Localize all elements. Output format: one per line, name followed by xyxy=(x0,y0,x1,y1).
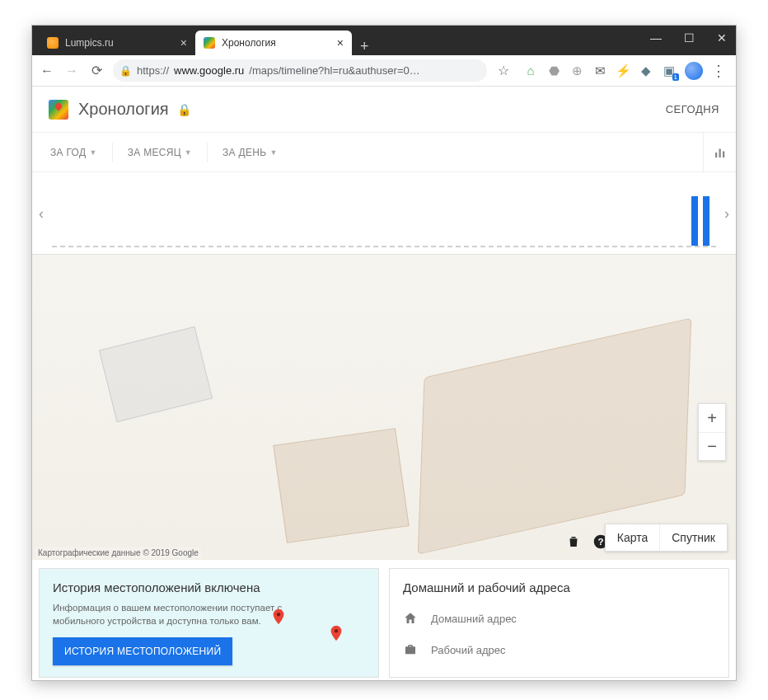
close-window-icon[interactable]: ✕ xyxy=(714,31,729,45)
svg-point-6 xyxy=(335,629,338,632)
divider xyxy=(112,143,113,162)
map-pin-icon xyxy=(327,624,345,642)
divider xyxy=(207,143,208,162)
timeline-bar[interactable] xyxy=(703,196,709,246)
filter-label: ЗА ДЕНЬ xyxy=(222,147,266,158)
chart-toggle-button[interactable] xyxy=(703,133,736,171)
tab-chronology[interactable]: Хронология × xyxy=(195,31,352,55)
extensions: ⌂ ⬣ ⊕ ✉ ⚡ ◆ ▣1 ⋮ xyxy=(520,62,729,80)
filter-label: ЗА ГОД xyxy=(50,147,86,158)
address-bar: ← → ⟳ 🔒 https://www.google.ru/maps/timel… xyxy=(32,55,736,87)
browser-titlebar: Lumpics.ru × Хронология × + — ☐ ✕ xyxy=(32,26,736,55)
forward-icon[interactable]: → xyxy=(63,63,80,78)
tab-label: Хронология xyxy=(222,37,276,49)
reload-icon[interactable]: ⟳ xyxy=(88,63,105,78)
filter-year[interactable]: ЗА ГОД ▼ xyxy=(44,142,104,163)
maximize-icon[interactable]: ☐ xyxy=(681,31,696,45)
history-button[interactable]: ИСТОРИЯ МЕСТОПОЛОЖЕНИЙ xyxy=(53,637,232,665)
lock-icon: 🔒 xyxy=(177,103,191,116)
zoom-out-button[interactable]: − xyxy=(699,432,725,460)
card-title: История местоположений включена xyxy=(53,580,365,594)
chevron-down-icon: ▼ xyxy=(185,148,192,157)
today-button[interactable]: СЕГОДНЯ xyxy=(666,103,719,115)
location-history-card: История местоположений включена Информац… xyxy=(39,568,379,678)
zoom-control: + − xyxy=(698,403,726,461)
zoom-in-button[interactable]: + xyxy=(699,404,725,432)
map-attribution: Картографические данные © 2019 Google xyxy=(35,547,201,558)
filter-month[interactable]: ЗА МЕСЯЦ ▼ xyxy=(121,142,199,163)
svg-point-5 xyxy=(277,613,280,616)
favicon-lumpics xyxy=(47,37,59,49)
timeline-track[interactable] xyxy=(52,190,716,247)
delete-icon[interactable] xyxy=(566,533,581,550)
tab-label: Lumpics.ru xyxy=(65,37,114,49)
browser-window: Lumpics.ru × Хронология × + — ☐ ✕ ← → ⟳ … xyxy=(31,25,737,681)
url-input[interactable]: 🔒 https://www.google.ru/maps/timeline?hl… xyxy=(113,59,487,82)
svg-text:?: ? xyxy=(597,536,603,547)
map-type-switch: Карта Спутник xyxy=(605,524,728,552)
address-label: Домашний адрес xyxy=(431,613,517,625)
extension-globe-icon[interactable]: ⊕ xyxy=(569,63,584,78)
extension-ublock-icon[interactable]: ◆ xyxy=(639,63,653,78)
new-tab-button[interactable]: + xyxy=(352,38,377,55)
filter-label: ЗА МЕСЯЦ xyxy=(128,147,181,158)
home-icon xyxy=(403,611,418,626)
map-pin-icon xyxy=(269,608,288,626)
extension-box-icon[interactable]: ▣1 xyxy=(662,63,677,78)
timeline-chart: ‹ › xyxy=(32,172,736,255)
url-scheme: https:// xyxy=(137,64,169,77)
page-title: Хронология xyxy=(78,100,169,119)
minimize-icon[interactable]: — xyxy=(649,31,663,45)
chevron-down-icon: ▼ xyxy=(89,148,96,157)
maps-logo-icon xyxy=(49,100,68,120)
favicon-maps xyxy=(204,37,215,49)
address-label: Рабочий адрес xyxy=(431,644,506,656)
addresses-card: Домашний и рабочий адреса Домашний адрес… xyxy=(389,568,729,678)
url-path: /maps/timeline?hl=ru&authuser=0… xyxy=(249,64,419,77)
page-content: Хронология 🔒 СЕГОДНЯ ЗА ГОД ▼ ЗА МЕСЯЦ ▼… xyxy=(32,87,736,680)
url-host: www.google.ru xyxy=(174,64,244,77)
map-type-satellite[interactable]: Спутник xyxy=(659,524,727,551)
filter-day[interactable]: ЗА ДЕНЬ ▼ xyxy=(216,142,284,163)
extension-bolt-icon[interactable]: ⚡ xyxy=(616,63,630,78)
extension-shield-icon[interactable]: ⬣ xyxy=(546,63,561,78)
filter-bar: ЗА ГОД ▼ ЗА МЕСЯЦ ▼ ЗА ДЕНЬ ▼ xyxy=(32,133,736,172)
card-description: Информация о вашем местоположении поступ… xyxy=(53,601,283,627)
bottom-cards: История местоположений включена Информац… xyxy=(32,560,736,680)
map-type-map[interactable]: Карта xyxy=(606,524,659,551)
work-address-row[interactable]: Рабочий адрес xyxy=(403,634,715,665)
map-building xyxy=(273,428,409,543)
timeline-prev-button[interactable]: ‹ xyxy=(35,201,47,225)
close-icon[interactable]: × xyxy=(337,36,344,49)
star-icon[interactable]: ☆ xyxy=(495,63,512,78)
window-controls: — ☐ ✕ xyxy=(649,31,729,45)
extension-home-icon[interactable]: ⌂ xyxy=(523,63,538,78)
svg-rect-1 xyxy=(719,148,720,157)
map-canvas[interactable]: Картографические данные © 2019 Google ? … xyxy=(32,255,736,560)
briefcase-icon xyxy=(403,642,418,657)
back-icon[interactable]: ← xyxy=(39,63,55,78)
maps-header: Хронология 🔒 СЕГОДНЯ xyxy=(32,87,736,133)
close-icon[interactable]: × xyxy=(180,36,187,49)
extension-mail-icon[interactable]: ✉ xyxy=(592,63,607,78)
svg-rect-2 xyxy=(723,151,724,157)
chevron-down-icon: ▼ xyxy=(269,148,277,157)
lock-icon: 🔒 xyxy=(119,65,132,77)
avatar[interactable] xyxy=(685,62,703,80)
timeline-next-button[interactable]: › xyxy=(721,201,733,225)
svg-rect-0 xyxy=(715,153,717,157)
card-title: Домашний и рабочий адреса xyxy=(403,580,715,594)
timeline-bar[interactable] xyxy=(691,196,698,246)
home-address-row[interactable]: Домашний адрес xyxy=(403,603,715,634)
bar-chart-icon xyxy=(713,145,728,160)
menu-icon[interactable]: ⋮ xyxy=(711,62,726,80)
tab-lumpics[interactable]: Lumpics.ru × xyxy=(39,31,195,55)
